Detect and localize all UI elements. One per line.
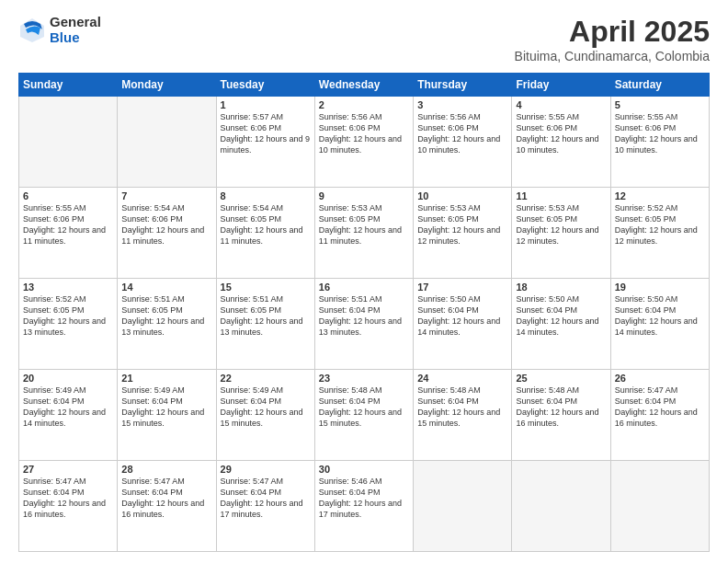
day-info: Sunrise: 5:52 AMSunset: 6:05 PMDaylight:… <box>615 203 698 246</box>
calendar-cell: 27Sunrise: 5:47 AMSunset: 6:04 PMDayligh… <box>19 461 118 552</box>
calendar-cell: 26Sunrise: 5:47 AMSunset: 6:04 PMDayligh… <box>610 370 709 461</box>
calendar-cell <box>118 97 216 188</box>
calendar-cell: 4Sunrise: 5:55 AMSunset: 6:06 PMDaylight… <box>512 97 610 188</box>
day-number: 27 <box>23 464 113 475</box>
calendar-cell <box>19 97 118 188</box>
calendar-table: SundayMondayTuesdayWednesdayThursdayFrid… <box>18 73 710 552</box>
day-info: Sunrise: 5:54 AMSunset: 6:06 PMDaylight:… <box>121 203 204 246</box>
day-info: Sunrise: 5:48 AMSunset: 6:04 PMDaylight:… <box>516 385 598 428</box>
calendar-cell: 7Sunrise: 5:54 AMSunset: 6:06 PMDaylight… <box>118 188 216 279</box>
day-info: Sunrise: 5:57 AMSunset: 6:06 PMDaylight:… <box>221 112 311 155</box>
calendar-cell: 15Sunrise: 5:51 AMSunset: 6:05 PMDayligh… <box>216 279 314 370</box>
day-number: 26 <box>615 373 705 384</box>
day-info: Sunrise: 5:46 AMSunset: 6:04 PMDaylight:… <box>319 477 402 519</box>
calendar-cell <box>512 461 610 552</box>
calendar-cell: 10Sunrise: 5:53 AMSunset: 6:05 PMDayligh… <box>414 188 512 279</box>
calendar-cell: 19Sunrise: 5:50 AMSunset: 6:04 PMDayligh… <box>610 279 709 370</box>
day-info: Sunrise: 5:47 AMSunset: 6:04 PMDaylight:… <box>121 477 204 519</box>
day-number: 10 <box>417 190 507 201</box>
day-number: 8 <box>221 190 311 201</box>
weekday-header: Tuesday <box>216 74 314 97</box>
calendar-cell: 8Sunrise: 5:54 AMSunset: 6:05 PMDaylight… <box>216 188 314 279</box>
day-info: Sunrise: 5:49 AMSunset: 6:04 PMDaylight:… <box>23 385 106 428</box>
day-info: Sunrise: 5:56 AMSunset: 6:06 PMDaylight:… <box>319 112 402 155</box>
calendar-cell: 2Sunrise: 5:56 AMSunset: 6:06 PMDaylight… <box>314 97 413 188</box>
calendar-cell: 28Sunrise: 5:47 AMSunset: 6:04 PMDayligh… <box>118 461 216 552</box>
day-info: Sunrise: 5:52 AMSunset: 6:05 PMDaylight:… <box>23 294 106 337</box>
calendar-cell: 11Sunrise: 5:53 AMSunset: 6:05 PMDayligh… <box>512 188 610 279</box>
day-number: 18 <box>516 282 606 293</box>
day-number: 4 <box>516 99 606 110</box>
day-info: Sunrise: 5:55 AMSunset: 6:06 PMDaylight:… <box>23 203 106 246</box>
day-info: Sunrise: 5:55 AMSunset: 6:06 PMDaylight:… <box>516 112 598 155</box>
day-number: 11 <box>516 190 606 201</box>
logo-text: General Blue <box>50 15 101 45</box>
calendar-cell: 13Sunrise: 5:52 AMSunset: 6:05 PMDayligh… <box>19 279 118 370</box>
day-number: 13 <box>23 282 113 293</box>
calendar-header-row: SundayMondayTuesdayWednesdayThursdayFrid… <box>19 74 710 97</box>
calendar-cell <box>414 461 512 552</box>
day-info: Sunrise: 5:48 AMSunset: 6:04 PMDaylight:… <box>319 385 402 428</box>
day-number: 12 <box>615 190 705 201</box>
day-number: 16 <box>319 282 409 293</box>
day-number: 25 <box>516 373 606 384</box>
day-number: 5 <box>615 99 705 110</box>
day-number: 7 <box>121 190 211 201</box>
calendar-cell: 30Sunrise: 5:46 AMSunset: 6:04 PMDayligh… <box>314 461 413 552</box>
calendar-cell: 9Sunrise: 5:53 AMSunset: 6:05 PMDaylight… <box>314 188 413 279</box>
location: Bituima, Cundinamarca, Colombia <box>515 49 710 63</box>
day-number: 19 <box>615 282 705 293</box>
calendar-cell: 20Sunrise: 5:49 AMSunset: 6:04 PMDayligh… <box>19 370 118 461</box>
day-number: 24 <box>417 373 507 384</box>
calendar-cell: 3Sunrise: 5:56 AMSunset: 6:06 PMDaylight… <box>414 97 512 188</box>
calendar-cell: 1Sunrise: 5:57 AMSunset: 6:06 PMDaylight… <box>216 97 314 188</box>
logo-general: General <box>50 15 101 30</box>
calendar-cell: 25Sunrise: 5:48 AMSunset: 6:04 PMDayligh… <box>512 370 610 461</box>
day-number: 9 <box>319 190 409 201</box>
day-number: 20 <box>23 373 113 384</box>
day-info: Sunrise: 5:55 AMSunset: 6:06 PMDaylight:… <box>615 112 698 155</box>
calendar-cell: 23Sunrise: 5:48 AMSunset: 6:04 PMDayligh… <box>314 370 413 461</box>
logo-blue: Blue <box>50 30 101 46</box>
page: General Blue April 2025 Bituima, Cundina… <box>0 0 728 563</box>
weekday-header: Thursday <box>414 74 512 97</box>
day-number: 15 <box>221 282 311 293</box>
calendar-week-row: 13Sunrise: 5:52 AMSunset: 6:05 PMDayligh… <box>19 279 710 370</box>
day-number: 28 <box>121 464 211 475</box>
day-number: 1 <box>221 99 311 110</box>
day-info: Sunrise: 5:51 AMSunset: 6:05 PMDaylight:… <box>221 294 303 337</box>
calendar-week-row: 1Sunrise: 5:57 AMSunset: 6:06 PMDaylight… <box>19 97 710 188</box>
day-number: 23 <box>319 373 409 384</box>
weekday-header: Wednesday <box>314 74 413 97</box>
day-number: 6 <box>23 190 113 201</box>
calendar-week-row: 20Sunrise: 5:49 AMSunset: 6:04 PMDayligh… <box>19 370 710 461</box>
calendar-cell: 12Sunrise: 5:52 AMSunset: 6:05 PMDayligh… <box>610 188 709 279</box>
weekday-header: Monday <box>118 74 216 97</box>
calendar-cell: 14Sunrise: 5:51 AMSunset: 6:05 PMDayligh… <box>118 279 216 370</box>
calendar-week-row: 27Sunrise: 5:47 AMSunset: 6:04 PMDayligh… <box>19 461 710 552</box>
day-info: Sunrise: 5:49 AMSunset: 6:04 PMDaylight:… <box>121 385 204 428</box>
day-info: Sunrise: 5:51 AMSunset: 6:04 PMDaylight:… <box>319 294 402 337</box>
day-info: Sunrise: 5:50 AMSunset: 6:04 PMDaylight:… <box>516 294 598 337</box>
day-info: Sunrise: 5:53 AMSunset: 6:05 PMDaylight:… <box>417 203 500 246</box>
day-info: Sunrise: 5:47 AMSunset: 6:04 PMDaylight:… <box>615 385 698 428</box>
day-info: Sunrise: 5:54 AMSunset: 6:05 PMDaylight:… <box>221 203 303 246</box>
logo-icon <box>18 17 46 44</box>
calendar-week-row: 6Sunrise: 5:55 AMSunset: 6:06 PMDaylight… <box>19 188 710 279</box>
weekday-header: Saturday <box>610 74 709 97</box>
calendar-cell: 17Sunrise: 5:50 AMSunset: 6:04 PMDayligh… <box>414 279 512 370</box>
day-number: 29 <box>221 464 311 475</box>
day-number: 30 <box>319 464 409 475</box>
day-info: Sunrise: 5:53 AMSunset: 6:05 PMDaylight:… <box>516 203 598 246</box>
day-number: 22 <box>221 373 311 384</box>
title-block: April 2025 Bituima, Cundinamarca, Colomb… <box>515 15 710 63</box>
day-info: Sunrise: 5:50 AMSunset: 6:04 PMDaylight:… <box>615 294 698 337</box>
month-year: April 2025 <box>515 15 710 49</box>
day-info: Sunrise: 5:47 AMSunset: 6:04 PMDaylight:… <box>23 477 106 519</box>
logo: General Blue <box>18 15 101 45</box>
day-info: Sunrise: 5:47 AMSunset: 6:04 PMDaylight:… <box>221 477 303 519</box>
day-info: Sunrise: 5:48 AMSunset: 6:04 PMDaylight:… <box>417 385 500 428</box>
day-info: Sunrise: 5:56 AMSunset: 6:06 PMDaylight:… <box>417 112 500 155</box>
header: General Blue April 2025 Bituima, Cundina… <box>18 15 710 63</box>
day-info: Sunrise: 5:50 AMSunset: 6:04 PMDaylight:… <box>417 294 500 337</box>
